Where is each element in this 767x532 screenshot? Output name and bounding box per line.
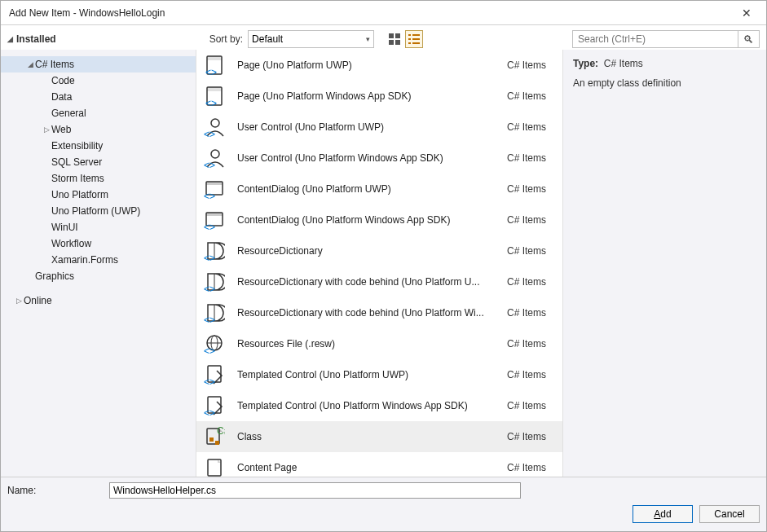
template-label: User Control (Uno Platform UWP) [237,121,496,133]
template-category: C# Items [507,338,556,350]
template-label: Page (Uno Platform UWP) [237,59,496,71]
category-tree: ◢C# ItemsCodeDataGeneral▷WebExtensibilit… [1,55,196,286]
details-type-label: Type: [573,58,598,69]
template-row[interactable]: Resources File (.resw)C# Items [196,328,562,359]
template-label: Content Page [237,462,496,473]
template-row[interactable]: ContentDialog (Uno Platform UWP)C# Items [196,174,562,204]
class-icon [203,425,226,448]
search-box[interactable]: 🔍︎ [572,30,760,48]
template-row[interactable]: User Control (Uno Platform Windows App S… [196,143,562,174]
installed-header[interactable]: ◢ Installed [7,33,56,45]
template-category: C# Items [507,183,556,195]
sidebar-item[interactable]: Data [1,89,196,105]
sortby-value: Default [252,33,283,45]
template-label: ResourceDictionary with code behind (Uno… [237,276,496,288]
svg-rect-1 [395,33,400,38]
svg-rect-0 [389,33,394,38]
template-row[interactable]: User Control (Uno Platform UWP)C# Items [196,112,562,143]
template-row[interactable]: ContentDialog (Uno Platform Windows App … [196,204,562,235]
svg-rect-6 [408,38,411,40]
sidebar-item[interactable]: Uno Platform [1,187,196,203]
sidebar-item-label: SQL Server [51,156,102,168]
grid-icon [389,33,400,45]
list-icon [408,33,420,45]
templated-icon [203,363,226,386]
template-row[interactable]: Page (Uno Platform Windows App SDK)C# It… [196,81,562,112]
sidebar-item-label: C# Items [35,59,74,70]
content-icon [203,456,226,477]
sidebar-item[interactable]: ▷Web [1,121,196,138]
template-category: C# Items [507,307,556,319]
installed-label: Installed [16,33,56,45]
sidebar-item[interactable]: Xamarin.Forms [1,252,196,268]
sidebar-item-label: Xamarin.Forms [51,254,118,266]
template-row[interactable]: ClassC# Items [196,421,562,452]
resfile-icon [203,332,226,355]
templated-icon [203,394,226,417]
name-row: Name: [7,482,760,499]
template-label: User Control (Uno Platform Windows App S… [237,152,496,164]
sidebar-item[interactable]: SQL Server [1,154,196,170]
template-category: C# Items [507,121,556,133]
main-area: ◢C# ItemsCodeDataGeneral▷WebExtensibilit… [1,50,766,477]
sidebar-item-online[interactable]: ▷ Online [1,292,196,309]
sidebar-item-label: Storm Items [51,173,104,184]
template-label: Resources File (.resw) [237,338,496,350]
cancel-button[interactable]: Cancel [699,505,760,523]
dialog-icon [203,178,226,200]
chevron-down-icon: ▾ [366,35,370,43]
template-row[interactable]: Content PageC# Items [196,452,562,477]
sidebar-item[interactable]: Graphics [1,268,196,284]
template-list[interactable]: Page (Uno Platform UWP)C# ItemsPage (Uno… [196,50,562,477]
resdict-icon [203,270,226,293]
sidebar-item-label: Extensibility [51,140,103,152]
name-input[interactable] [109,482,521,499]
view-grid-button[interactable] [386,30,403,48]
sidebar-item-label: Workflow [51,238,91,249]
details-type-row: Type: C# Items [573,58,756,69]
template-category: C# Items [507,245,556,257]
sidebar-item[interactable]: Uno Platform (UWP) [1,203,196,219]
sidebar-item[interactable]: WinUI [1,219,196,235]
details-description: An empty class definition [573,77,756,89]
bottom-bar: Name: Add Cancel [1,477,766,531]
template-label: Page (Uno Platform Windows App SDK) [237,90,496,102]
svg-rect-7 [412,38,420,40]
usercontrol-icon [203,147,226,169]
add-button[interactable]: Add [633,505,693,523]
template-row[interactable]: ResourceDictionary with code behind (Uno… [196,297,562,328]
template-label: Templated Control (Uno Platform Windows … [237,400,496,411]
details-pane: Type: C# Items An empty class definition [562,50,766,477]
sidebar-item[interactable]: Extensibility [1,138,196,154]
sidebar-item[interactable]: Workflow [1,235,196,252]
template-label: ContentDialog (Uno Platform UWP) [237,183,496,195]
template-label: ResourceDictionary [237,245,496,257]
sidebar-item-label: WinUI [51,222,78,233]
sidebar-item-label: Uno Platform (UWP) [51,205,140,217]
sidebar-item[interactable]: Storm Items [1,170,196,187]
sortby-dropdown[interactable]: Default ▾ [248,30,374,48]
template-row[interactable]: ResourceDictionary with code behind (Uno… [196,266,562,297]
template-row[interactable]: Templated Control (Uno Platform Windows … [196,390,562,421]
template-category: C# Items [507,214,556,226]
search-icon[interactable]: 🔍︎ [738,31,759,47]
search-input[interactable] [573,33,738,45]
template-row[interactable]: ResourceDictionaryC# Items [196,235,562,266]
sidebar-item[interactable]: Code [1,73,196,89]
sidebar-item-label: Data [51,91,72,103]
usercontrol-icon [203,116,226,138]
template-label: ResourceDictionary with code behind (Uno… [237,307,496,319]
view-list-button[interactable] [405,30,423,48]
sidebar-item-label: Code [51,75,75,86]
sidebar-item[interactable]: ◢C# Items [1,56,196,73]
template-row[interactable]: Templated Control (Uno Platform UWP)C# I… [196,359,562,390]
sidebar-item[interactable]: General [1,105,196,121]
template-category: C# Items [507,369,556,380]
details-type-value: C# Items [604,58,643,69]
titlebar: Add New Item - WindowsHelloLogin ✕ [1,1,766,25]
close-icon[interactable]: ✕ [735,5,758,21]
template-category: C# Items [507,431,556,442]
svg-rect-8 [408,42,411,44]
sidebar-item-label: Uno Platform [51,189,108,200]
template-row[interactable]: Page (Uno Platform UWP)C# Items [196,50,562,81]
